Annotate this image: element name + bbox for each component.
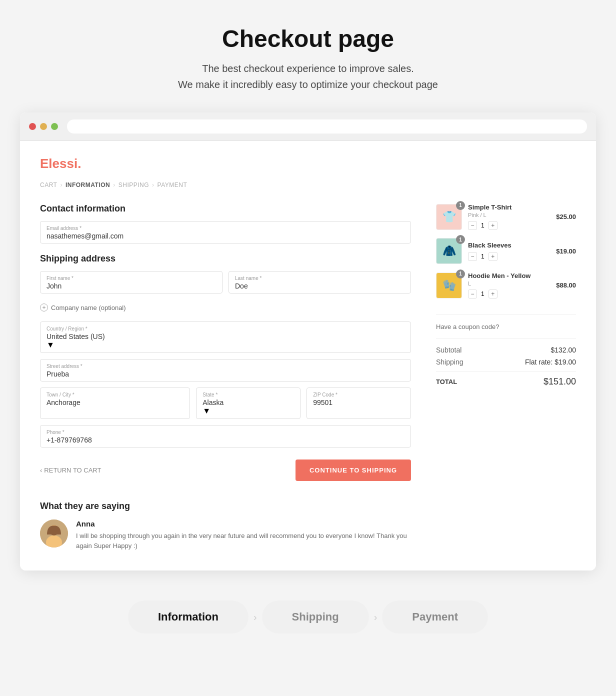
order-item-3: 🧤 1 Hoodie Men - Yellow L − 1 + (436, 272, 576, 298)
item-badge-1: 1 (456, 201, 465, 210)
email-value[interactable]: nasathemes@gmail.com (46, 232, 404, 240)
grand-total-row: TOTAL $151.00 (436, 371, 576, 387)
street-group: Street address * Prueba (40, 359, 411, 382)
shipping-row: Shipping Flat rate: $19.00 (436, 358, 576, 366)
phone-value[interactable]: +1-879769768 (46, 436, 404, 444)
item-price-1: $25.00 (556, 213, 576, 220)
return-chevron-icon: ‹ (40, 466, 42, 474)
tab-chevron-1: › (254, 612, 257, 623)
item-image-wrap-1: 👕 1 (436, 204, 462, 230)
grand-total-value: $151.00 (544, 376, 576, 387)
store-logo: Elessi. (40, 156, 576, 182)
city-label: Town / City * (46, 392, 184, 398)
order-items: 👕 1 Simple T-Shirt Pink / L − 1 + (436, 204, 576, 315)
breadcrumb-payment[interactable]: PAYMENT (158, 182, 188, 188)
browser-mock: Elessi. CART › INFORMATION › SHIPPING › … (20, 112, 596, 570)
zip-value[interactable]: 99501 (313, 398, 404, 406)
item-details-1: Simple T-Shirt Pink / L − 1 + (468, 204, 550, 230)
page-header: Checkout page The best checkout experien… (20, 25, 596, 92)
qty-minus-2[interactable]: − (468, 252, 477, 261)
testimonial-section: What they are saying (40, 501, 411, 550)
zip-wrapper[interactable]: ZIP Code * 99501 (306, 388, 411, 419)
qty-minus-3[interactable]: − (468, 290, 477, 298)
page-wrapper: Checkout page The best checkout experien… (0, 0, 616, 664)
breadcrumb-cart[interactable]: CART (40, 182, 57, 188)
qty-plus-2[interactable]: + (488, 252, 498, 261)
item-variant-3: L (468, 280, 550, 286)
last-name-value[interactable]: Doe (235, 282, 404, 290)
order-item-2: 🧥 1 Black Sleeves − 1 + (436, 238, 576, 264)
dot-green[interactable] (51, 123, 58, 130)
email-group: Email address * nasathemes@gmail.com (40, 221, 411, 244)
item-details-2: Black Sleeves − 1 + (468, 242, 550, 261)
tab-payment[interactable]: Payment (382, 600, 488, 634)
page-subtitle-2: We make it incredibly easy to optimize y… (20, 76, 596, 92)
breadcrumb-information[interactable]: INFORMATION (66, 182, 110, 188)
item-badge-3: 1 (456, 270, 465, 278)
coupon-link[interactable]: Have a coupon code? (436, 323, 576, 330)
phone-wrapper[interactable]: Phone * +1-879769768 (40, 425, 411, 448)
item-name-1: Simple T-Shirt (468, 204, 550, 211)
qty-plus-3[interactable]: + (488, 290, 498, 298)
tab-shipping[interactable]: Shipping (262, 600, 369, 634)
state-value[interactable]: Alaska (202, 398, 294, 406)
subtotal-value: $132.00 (550, 346, 576, 354)
item-badge-2: 1 (456, 235, 465, 244)
right-panel: 👕 1 Simple T-Shirt Pink / L − 1 + (436, 204, 576, 550)
email-input-wrapper[interactable]: Email address * nasathemes@gmail.com (40, 221, 411, 244)
shipping-section-title: Shipping address (40, 254, 411, 264)
breadcrumb-sep-1: › (60, 182, 62, 188)
last-name-wrapper[interactable]: Last name * Doe (228, 271, 411, 294)
checkout-content: Elessi. CART › INFORMATION › SHIPPING › … (20, 141, 596, 570)
street-wrapper[interactable]: Street address * Prueba (40, 359, 411, 382)
item-price-3: $88.00 (556, 282, 576, 289)
city-wrapper[interactable]: Town / City * Anchorage (40, 388, 190, 419)
tab-information[interactable]: Information (128, 600, 248, 634)
testimonial-quote: I will be shopping through you again in … (76, 531, 411, 550)
city-value[interactable]: Anchorage (46, 398, 184, 406)
avatar-image (40, 520, 68, 548)
company-optional[interactable]: + Company name (optional) (40, 300, 411, 316)
return-to-cart-link[interactable]: ‹ RETURN TO CART (40, 466, 101, 474)
state-wrapper[interactable]: State * Alaska ▼ (196, 388, 300, 419)
avatar (40, 520, 68, 548)
order-item-1: 👕 1 Simple T-Shirt Pink / L − 1 + (436, 204, 576, 230)
item-price-2: $19.00 (556, 248, 576, 255)
zip-label: ZIP Code * (313, 392, 404, 398)
item-qty-ctrl-1: − 1 + (468, 221, 550, 230)
testimonial-text-block: Anna I will be shopping through you agai… (76, 520, 411, 550)
page-title: Checkout page (20, 25, 596, 52)
breadcrumb-shipping[interactable]: SHIPPING (118, 182, 149, 188)
breadcrumb-sep-3: › (152, 182, 154, 188)
form-actions: ‹ RETURN TO CART CONTINUE TO SHIPPING (40, 460, 411, 481)
qty-minus-1[interactable]: − (468, 221, 477, 230)
shipping-value: Flat rate: $19.00 (525, 358, 576, 366)
testimonial-item: Anna I will be shopping through you agai… (40, 520, 411, 550)
country-group: Country / Region * United States (US) ▼ (40, 322, 411, 353)
dot-red[interactable] (29, 123, 36, 130)
continue-to-shipping-button[interactable]: CONTINUE TO SHIPPING (296, 460, 411, 481)
store-dot: . (78, 156, 81, 171)
first-name-value[interactable]: John (46, 282, 216, 290)
tab-information-label: Information (158, 610, 218, 623)
dot-yellow[interactable] (40, 123, 47, 130)
qty-plus-1[interactable]: + (488, 221, 498, 230)
bottom-tabs: Information › Shipping › Payment (20, 590, 596, 644)
country-value[interactable]: United States (US) (46, 332, 404, 340)
testimonial-author: Anna (76, 520, 411, 528)
breadcrumb-sep-2: › (113, 182, 116, 188)
tab-chevron-2: › (374, 612, 378, 623)
name-row: First name * John Last name * Doe (40, 271, 411, 294)
return-label: RETURN TO CART (44, 466, 101, 474)
street-value[interactable]: Prueba (46, 370, 404, 378)
country-wrapper[interactable]: Country / Region * United States (US) ▼ (40, 322, 411, 353)
browser-bar (20, 112, 596, 141)
phone-group: Phone * +1-879769768 (40, 425, 411, 448)
subtotal-label: Subtotal (436, 346, 462, 354)
street-label: Street address * (46, 364, 404, 369)
first-name-wrapper[interactable]: First name * John (40, 271, 222, 294)
item-name-3: Hoodie Men - Yellow (468, 272, 550, 280)
grand-total-label: TOTAL (436, 378, 457, 386)
tab-shipping-label: Shipping (292, 610, 339, 623)
shipping-label: Shipping (436, 358, 464, 366)
